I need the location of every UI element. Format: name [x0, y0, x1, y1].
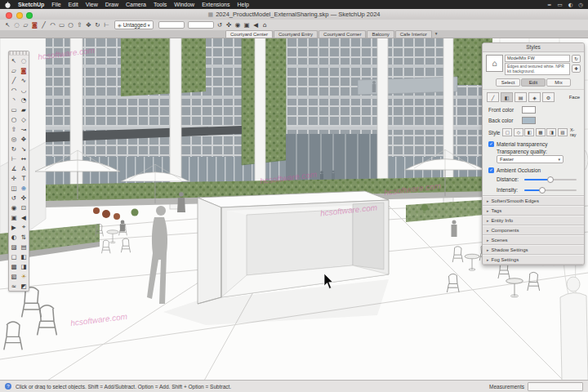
menu-file[interactable]: File [51, 2, 60, 7]
tool-rotated-rectangle-icon[interactable]: ▰ [19, 105, 29, 114]
menu-draw[interactable]: Draw [105, 2, 118, 7]
tool-offset-icon[interactable]: ◎ [9, 134, 19, 144]
vcb-field-1[interactable] [158, 21, 185, 29]
minimize-button[interactable] [16, 12, 23, 19]
previous-view-icon[interactable]: ◀ [252, 20, 261, 30]
tool-freehand-icon[interactable]: ∿ [19, 75, 29, 85]
info-icon[interactable]: ? [5, 383, 11, 390]
wifi-icon[interactable]: ≈ [547, 2, 551, 8]
front-color-swatch[interactable] [522, 106, 536, 114]
menu-sketchup[interactable]: SketchUp [18, 2, 44, 7]
tool-look-around-icon[interactable]: ◐ [9, 232, 19, 242]
tool-tape-measure-icon[interactable]: ⊢ [9, 154, 19, 163]
tab-mix[interactable]: Mix [546, 78, 571, 87]
tool-text-icon[interactable]: A [19, 163, 29, 173]
tool-monochrome-icon[interactable]: ◨ [19, 261, 29, 271]
tool-pan-icon[interactable]: ✜ [19, 193, 29, 203]
hidden-line-icon[interactable]: ◇ [514, 128, 523, 136]
tool-paint-bucket-icon[interactable]: ◙ [19, 65, 29, 75]
slider-knob[interactable] [547, 176, 554, 183]
tool-move-icon[interactable]: ✥ [19, 134, 29, 144]
tool-shadows-icon[interactable]: ☀ [19, 271, 29, 281]
scene-tab-balcony[interactable]: Balcony [367, 30, 394, 38]
tab-edit[interactable]: Edit [521, 78, 546, 87]
intensity-slider[interactable] [524, 189, 577, 191]
xray-label[interactable]: X-ray [570, 127, 578, 137]
tool-three-point-arc-icon[interactable]: ◝ [9, 95, 19, 105]
shaded-icon[interactable]: ◧ [524, 128, 534, 136]
line-icon[interactable]: ╱ [39, 20, 48, 30]
tool-fog-icon[interactable]: ≈ [9, 281, 19, 291]
menu-camera[interactable]: Camera [126, 2, 146, 7]
lasso-icon[interactable]: ◌ [12, 20, 21, 30]
tape-measure-icon[interactable]: ⊢ [102, 20, 111, 30]
tool-lasso-icon[interactable]: ◌ [19, 56, 29, 65]
panel-entity-info[interactable]: ▸Entity Info [483, 216, 584, 225]
panel-fog-settings[interactable]: ▸Fog Settings [483, 255, 584, 265]
tool-arc-icon[interactable]: ◠ [9, 85, 19, 95]
wireframe-icon[interactable]: ▢ [502, 128, 512, 136]
tool-dimension-icon[interactable]: ↔ [19, 154, 29, 163]
tool-previous-view-icon[interactable]: ◀ [19, 212, 29, 222]
rotate-icon[interactable]: ↻ [93, 20, 102, 30]
panel-scenes[interactable]: ▸Scenes [483, 235, 584, 245]
monochrome-icon[interactable]: ◨ [546, 128, 556, 136]
circle-icon[interactable]: ○ [66, 20, 75, 30]
battery-icon[interactable]: ▭ [558, 2, 563, 8]
style-thumbnail[interactable]: ⌂ [486, 55, 503, 72]
watermark-settings-icon[interactable]: ◈ [528, 92, 541, 102]
shaded-with-textures-icon[interactable]: ▩ [536, 128, 546, 136]
tool-hidden-line-icon[interactable]: ▢ [9, 252, 19, 261]
scene-tab-cafe-interior[interactable]: Cafe Interior [395, 30, 432, 38]
tool-orbit-icon[interactable]: ↺ [9, 193, 19, 203]
push-pull-icon[interactable]: ⇧ [75, 20, 84, 30]
style-description-field[interactable]: Edges and textured white. NPR kit backgr… [505, 63, 570, 75]
tool-match-photo-icon[interactable]: ◩ [19, 281, 29, 291]
tool-zoom-icon[interactable]: ◉ [9, 203, 19, 212]
panel-components[interactable]: ▸Components [483, 225, 584, 235]
style-name-field[interactable]: ModelMix FW [505, 55, 570, 62]
clock-icon[interactable]: ◷ [578, 2, 583, 8]
model-info-icon[interactable]: ⌂ [261, 20, 270, 30]
tool-axes-icon[interactable]: ✛ [9, 173, 19, 183]
eraser-icon[interactable]: ▱ [21, 20, 30, 30]
tool-pie-icon[interactable]: ◔ [19, 95, 29, 105]
paint-bucket-icon[interactable]: ◙ [30, 20, 39, 30]
tool-scale-icon[interactable]: ↘ [19, 144, 29, 154]
orbit-icon[interactable]: ↺ [216, 20, 225, 30]
back-color-swatch[interactable] [522, 117, 536, 124]
scene-tab-courtyard-entry[interactable]: Courtyard Entry [274, 30, 318, 38]
scene-tab-courtyard-center[interactable]: Courtyard Center [225, 30, 273, 38]
close-button[interactable] [6, 12, 12, 19]
new-style-button[interactable]: ✚ [572, 65, 581, 73]
slider-knob[interactable] [539, 187, 546, 194]
tool-eraser-icon[interactable]: ▱ [9, 65, 19, 75]
tool-two-point-arc-icon[interactable]: ◡ [19, 85, 29, 95]
back-edges-icon[interactable]: ▨ [558, 128, 568, 136]
scene-tab-courtyard-corner[interactable]: Courtyard Corner [318, 30, 366, 38]
tool-follow-me-icon[interactable]: ↝ [19, 124, 29, 134]
menu-tools[interactable]: Tools [154, 2, 167, 7]
panel-shadow-settings[interactable]: ▸Shadow Settings [483, 245, 584, 255]
tool-3d-text-icon[interactable]: T [19, 173, 29, 183]
measurements-field[interactable] [528, 382, 583, 391]
tool-push-pull-icon[interactable]: ⇧ [9, 124, 19, 134]
tool-wireframe-icon[interactable]: ▤ [19, 242, 29, 252]
move-icon[interactable]: ✥ [84, 20, 93, 30]
tool-polygon-icon[interactable]: ◇ [19, 114, 29, 124]
distance-slider[interactable] [524, 179, 577, 180]
tool-zoom-extents-icon[interactable]: ▣ [9, 212, 19, 222]
tool-add-location-icon[interactable]: ⊕ [19, 183, 29, 193]
menu-help[interactable]: Help [237, 2, 248, 7]
menu-edit[interactable]: Edit [69, 2, 78, 7]
tool-select-icon[interactable]: ↖ [9, 56, 19, 65]
update-style-button[interactable]: ↻ [572, 55, 581, 63]
arc-icon[interactable]: ◠ [48, 20, 57, 30]
zoom-icon[interactable]: ◉ [234, 20, 243, 30]
select-icon[interactable]: ↖ [3, 20, 12, 30]
menu-window[interactable]: Window [174, 2, 194, 7]
scene-tabs-chevron-icon[interactable]: ▾ [435, 30, 438, 38]
zoom-extents-icon[interactable]: ▣ [243, 20, 252, 30]
tab-select[interactable]: Select [496, 78, 520, 87]
material-transparency-checkbox[interactable]: ✓ [488, 141, 494, 147]
